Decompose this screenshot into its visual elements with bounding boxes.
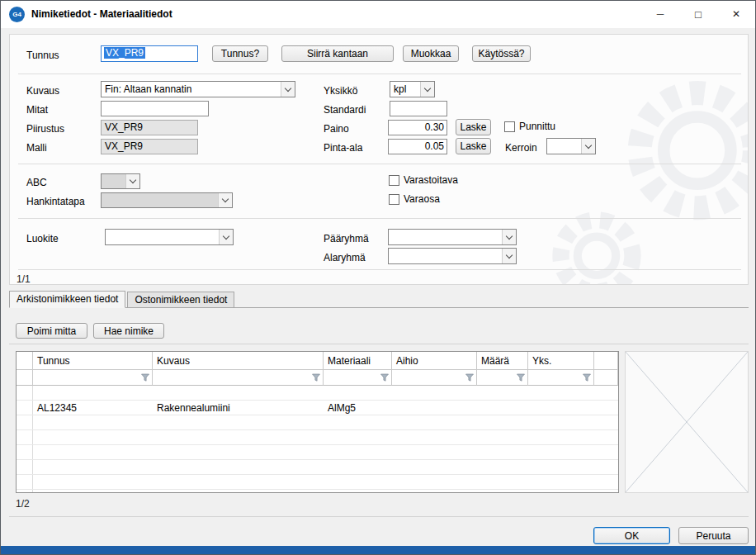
abc-select[interactable] <box>101 173 140 189</box>
chevron-down-icon <box>125 174 139 188</box>
row-selector[interactable] <box>17 445 33 459</box>
column-header-tunnus[interactable]: Tunnus <box>33 352 153 370</box>
luokite-value <box>106 230 219 244</box>
row-selector[interactable] <box>17 415 33 429</box>
maximize-button[interactable]: □ <box>679 1 717 27</box>
grid-cell <box>477 460 528 474</box>
piirustus-field: VX_PR9 <box>101 120 198 135</box>
filter-cell-kuvaus[interactable] <box>153 370 324 386</box>
grid-cell <box>324 460 392 474</box>
grid-cell <box>594 475 618 489</box>
checkbox-box[interactable] <box>389 194 399 205</box>
filter-cell-yks[interactable] <box>528 370 594 386</box>
hae-nimike-button[interactable]: Hae nimike <box>93 323 164 339</box>
table-row[interactable] <box>17 415 618 430</box>
material-form-panel: Tunnus VX_PR9 Tunnus? Siirrä kantaan Muo… <box>9 34 749 285</box>
yksikko-select[interactable]: kpl <box>390 81 435 97</box>
filter-icon[interactable] <box>583 373 591 382</box>
cancel-button[interactable]: Peruuta <box>678 527 749 544</box>
table-row[interactable] <box>17 460 618 475</box>
filter-icon[interactable] <box>465 373 474 382</box>
chevron-down-icon <box>502 230 516 244</box>
grid-pager: 1/2 <box>16 498 30 510</box>
poimi-mitta-button[interactable]: Poimi mitta <box>16 323 87 339</box>
checkbox-box[interactable] <box>504 121 515 132</box>
checkbox-box[interactable] <box>389 175 399 186</box>
row-selector[interactable] <box>17 460 33 474</box>
luokite-label: Luokite <box>26 233 59 244</box>
row-selector[interactable] <box>17 490 33 493</box>
row-selector[interactable] <box>17 430 33 444</box>
table-row[interactable] <box>17 445 618 460</box>
kerroin-label: Kerroin <box>505 142 537 154</box>
filter-cell-tunnus[interactable] <box>33 370 153 386</box>
varastoitava-checkbox[interactable]: Varastoitava <box>389 174 458 186</box>
muokkaa-button[interactable]: Muokkaa <box>403 45 459 62</box>
paaryhma-select[interactable] <box>388 229 517 245</box>
kerroin-select[interactable] <box>546 138 596 154</box>
grid-filter-row <box>17 370 618 386</box>
filter-icon[interactable] <box>380 373 389 382</box>
grid-cell <box>594 445 618 459</box>
row-selector[interactable] <box>17 475 33 489</box>
filter-cell-materiaali[interactable] <box>324 370 392 386</box>
dialog-window: G4 Nimiketiedot - Materiaalitiedot ─ □ ✕… <box>0 0 756 555</box>
column-header-materiaali[interactable]: Materiaali <box>324 352 392 370</box>
cell-kuvaus: Rakennealumiini <box>153 401 324 415</box>
tab-ostonimikkeen-tiedot[interactable]: Ostonimikkeen tiedot <box>127 292 234 307</box>
selected-text: VX_PR9 <box>104 47 145 59</box>
close-button[interactable]: ✕ <box>717 1 755 27</box>
table-row[interactable] <box>17 475 618 490</box>
grid-cell <box>33 415 153 429</box>
filter-icon[interactable] <box>141 373 149 382</box>
punnittu-checkbox[interactable]: Punnittu <box>504 121 555 132</box>
paino-input[interactable]: 0.30 <box>388 120 447 135</box>
filter-icon[interactable] <box>517 373 525 382</box>
grid-cell <box>153 415 324 429</box>
table-row[interactable] <box>17 430 618 445</box>
kuvaus-select[interactable]: Fin: Altaan kannatin <box>101 81 295 97</box>
grid-cell <box>33 430 153 444</box>
alaryhma-select[interactable] <box>388 248 517 264</box>
kaytossa-button[interactable]: Käytössä? <box>472 45 531 62</box>
grid-cell <box>594 430 618 444</box>
grid-cell <box>477 415 528 429</box>
grid-cell <box>528 386 594 400</box>
filter-cell-aihio[interactable] <box>392 370 477 386</box>
grid-cell <box>324 386 392 400</box>
luokite-select[interactable] <box>105 229 234 245</box>
laske-pintaala-button[interactable]: Laske <box>456 138 491 154</box>
column-header-maara[interactable]: Määrä <box>477 352 528 370</box>
row-selector[interactable] <box>17 386 33 400</box>
filter-icon[interactable] <box>312 373 320 382</box>
table-row[interactable] <box>17 490 618 493</box>
column-header-yks[interactable]: Yks. <box>528 352 594 370</box>
preview-placeholder <box>625 351 749 493</box>
filter-cell-maara[interactable] <box>477 370 528 386</box>
yksikko-label: Yksikkö <box>324 85 357 97</box>
grid-cell <box>153 460 324 474</box>
table-row[interactable]: AL12345 Rakennealumiini AlMg5 <box>17 401 618 415</box>
minimize-button[interactable]: ─ <box>641 1 679 27</box>
standardi-input[interactable] <box>390 101 447 116</box>
tab-arkistonimikkeen-tiedot[interactable]: Arkistonimikkeen tiedot <box>9 291 125 308</box>
grid-cell <box>33 460 153 474</box>
tunnus-input[interactable]: VX_PR9 <box>101 45 198 62</box>
table-row[interactable] <box>17 386 618 401</box>
laske-paino-button[interactable]: Laske <box>456 119 491 135</box>
row-selector[interactable] <box>17 401 33 415</box>
tunnus-question-button[interactable]: Tunnus? <box>212 45 268 62</box>
hankintatapa-label: Hankintatapa <box>26 196 85 207</box>
abc-label: ABC <box>26 177 47 188</box>
ok-button[interactable]: OK <box>593 527 670 544</box>
grid-cell <box>33 490 153 493</box>
hankintatapa-select[interactable] <box>101 192 233 208</box>
grid-cell <box>153 475 324 489</box>
varaosa-checkbox[interactable]: Varaosa <box>389 193 440 205</box>
pintaala-input[interactable]: 0.05 <box>388 139 447 154</box>
mitat-input[interactable] <box>101 101 209 116</box>
siirra-kantaan-button[interactable]: Siirrä kantaan <box>281 45 394 62</box>
column-header-aihio[interactable]: Aihio <box>392 352 477 370</box>
grid-cell <box>528 445 594 459</box>
column-header-kuvaus[interactable]: Kuvaus <box>153 352 324 370</box>
